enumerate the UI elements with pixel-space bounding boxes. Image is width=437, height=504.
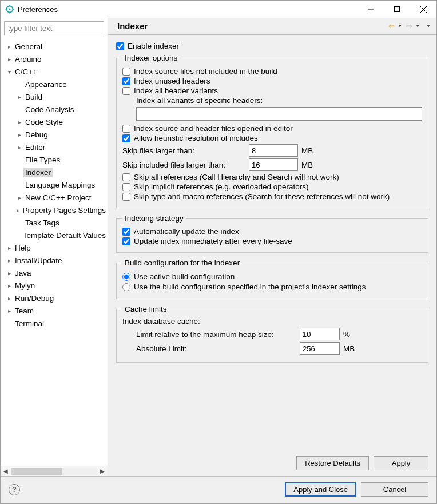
tree-item-task-tags[interactable]: Task Tags bbox=[1, 216, 108, 229]
rel-limit-input[interactable] bbox=[300, 328, 340, 340]
tree-item-install-update[interactable]: ▸Install/Update bbox=[1, 254, 108, 267]
apply-and-close-button[interactable]: Apply and Close bbox=[285, 482, 356, 497]
scroll-thumb[interactable] bbox=[11, 468, 62, 475]
indexing-strategy-legend: Indexing strategy bbox=[122, 214, 186, 223]
index-opened-label: Index source and header files opened in … bbox=[134, 124, 293, 133]
build-config-group: Build configuration for the indexer Use … bbox=[116, 259, 428, 299]
chevron-right-icon[interactable]: ▸ bbox=[5, 283, 13, 289]
index-all-header-variants-checkbox[interactable] bbox=[122, 87, 130, 95]
tree-item-debug[interactable]: ▸Debug bbox=[1, 128, 108, 141]
tree-item-language-mappings[interactable]: Language Mappings bbox=[1, 178, 108, 191]
chevron-right-icon[interactable]: ▸ bbox=[15, 207, 21, 213]
enable-indexer-checkbox[interactable] bbox=[116, 42, 124, 50]
chevron-right-icon[interactable]: ▸ bbox=[5, 270, 13, 276]
sidebar: ▸General▸Arduino▾C/C++Appearance▸BuildCo… bbox=[1, 18, 108, 476]
tree-item-label: Terminal bbox=[13, 319, 46, 328]
cache-limits-legend: Cache limits bbox=[122, 305, 169, 313]
scroll-right-icon[interactable]: ▶ bbox=[97, 468, 108, 474]
tree-item-help[interactable]: ▸Help bbox=[1, 241, 108, 254]
skip-type-macro-refs-checkbox[interactable] bbox=[122, 193, 130, 201]
chevron-right-icon[interactable]: ▸ bbox=[5, 245, 13, 251]
abs-limit-unit: MB bbox=[343, 344, 355, 353]
specific-headers-label: Index all variants of specific headers: bbox=[136, 96, 422, 105]
allow-heuristic-checkbox[interactable] bbox=[122, 134, 130, 142]
abs-limit-label: Absolute Limit: bbox=[136, 344, 296, 353]
use-project-radio[interactable] bbox=[122, 283, 130, 291]
index-unused-headers-checkbox[interactable] bbox=[122, 77, 130, 85]
tree-item-c-c-[interactable]: ▾C/C++ bbox=[1, 65, 108, 78]
nav-forward-menu[interactable]: ▼ bbox=[415, 23, 422, 29]
tree-item-label: Java bbox=[13, 268, 33, 278]
tree-item-arduino[interactable]: ▸Arduino bbox=[1, 53, 108, 65]
restore-defaults-button[interactable]: Restore Defaults bbox=[296, 456, 369, 470]
specific-headers-input[interactable] bbox=[136, 107, 422, 121]
scroll-left-icon[interactable]: ◀ bbox=[1, 468, 11, 474]
update-after-save-checkbox[interactable] bbox=[122, 237, 130, 245]
tree-item-label: Team bbox=[13, 306, 35, 316]
skip-files-input[interactable] bbox=[249, 144, 298, 157]
tree-item-label: New C/C++ Project bbox=[23, 193, 93, 203]
chevron-right-icon[interactable]: ▸ bbox=[15, 119, 23, 125]
skip-all-refs-checkbox[interactable] bbox=[122, 173, 130, 181]
index-source-not-in-build-checkbox[interactable] bbox=[122, 68, 130, 76]
chevron-right-icon[interactable]: ▸ bbox=[5, 308, 13, 314]
maximize-button[interactable] bbox=[384, 1, 410, 18]
skip-included-input[interactable] bbox=[249, 158, 298, 171]
index-unused-headers-label: Index unused headers bbox=[134, 77, 210, 85]
abs-limit-input[interactable] bbox=[300, 342, 340, 355]
minimize-button[interactable] bbox=[357, 1, 384, 18]
title-bar: Preferences bbox=[1, 1, 436, 18]
nav-back-menu[interactable]: ▼ bbox=[397, 23, 404, 29]
tree-hscrollbar[interactable]: ◀ ▶ bbox=[1, 466, 108, 476]
tree-item-new-c-c-project[interactable]: ▸New C/C++ Project bbox=[1, 191, 108, 204]
app-icon bbox=[5, 5, 14, 14]
tree-item-label: Code Style bbox=[23, 117, 65, 127]
tree-item-code-style[interactable]: ▸Code Style bbox=[1, 116, 108, 128]
skip-included-label: Skip included files larger than: bbox=[122, 161, 245, 169]
tree-item-java[interactable]: ▸Java bbox=[1, 267, 108, 279]
index-opened-checkbox[interactable] bbox=[122, 125, 130, 133]
help-icon[interactable]: ? bbox=[9, 484, 20, 495]
use-active-radio[interactable] bbox=[122, 273, 130, 281]
tree-item-appearance[interactable]: Appearance bbox=[1, 78, 108, 90]
chevron-right-icon[interactable]: ▸ bbox=[5, 56, 13, 62]
tree-item-template-default-values[interactable]: Template Default Values bbox=[1, 229, 108, 241]
apply-button[interactable]: Apply bbox=[374, 456, 428, 470]
tree-item-file-types[interactable]: File Types bbox=[1, 153, 108, 166]
window-title: Preferences bbox=[18, 5, 58, 14]
tree-item-team[interactable]: ▸Team bbox=[1, 304, 108, 317]
chevron-right-icon[interactable]: ▸ bbox=[15, 94, 23, 100]
chevron-down-icon[interactable]: ▾ bbox=[5, 69, 13, 75]
tree-item-editor[interactable]: ▸Editor bbox=[1, 141, 108, 153]
cancel-button[interactable]: Cancel bbox=[361, 482, 428, 497]
use-active-label: Use active build configuration bbox=[134, 272, 235, 281]
enable-indexer-label: Enable indexer bbox=[128, 42, 179, 50]
tree-item-general[interactable]: ▸General bbox=[1, 40, 108, 53]
preference-tree[interactable]: ▸General▸Arduino▾C/C++Appearance▸BuildCo… bbox=[1, 39, 108, 466]
tree-item-run-debug[interactable]: ▸Run/Debug bbox=[1, 292, 108, 304]
tree-item-mylyn[interactable]: ▸Mylyn bbox=[1, 279, 108, 292]
index-all-header-variants-label: Index all header variants bbox=[134, 86, 218, 95]
tree-item-terminal[interactable]: Terminal bbox=[1, 317, 108, 330]
chevron-right-icon[interactable]: ▸ bbox=[5, 295, 13, 301]
close-button[interactable] bbox=[410, 1, 436, 18]
tree-item-indexer[interactable]: Indexer bbox=[1, 166, 108, 178]
tree-item-label: Editor bbox=[23, 142, 47, 152]
auto-update-checkbox[interactable] bbox=[122, 228, 130, 236]
tree-item-code-analysis[interactable]: Code Analysis bbox=[1, 103, 108, 116]
page-menu-icon[interactable]: ▼ bbox=[423, 23, 431, 29]
auto-update-label: Automatically update the index bbox=[134, 227, 239, 236]
tree-item-build[interactable]: ▸Build bbox=[1, 90, 108, 103]
chevron-right-icon[interactable]: ▸ bbox=[15, 195, 23, 201]
tree-item-property-pages-settings[interactable]: ▸Property Pages Settings bbox=[1, 204, 108, 216]
nav-back-icon[interactable]: ⇦ bbox=[387, 22, 396, 30]
nav-forward-icon[interactable]: ⇨ bbox=[405, 22, 414, 30]
skip-implicit-refs-checkbox[interactable] bbox=[122, 183, 130, 191]
skip-included-unit: MB bbox=[301, 161, 313, 169]
filter-input[interactable] bbox=[4, 21, 104, 35]
index-source-not-in-build-label: Index source files not included in the b… bbox=[134, 67, 277, 76]
chevron-right-icon[interactable]: ▸ bbox=[5, 43, 13, 50]
chevron-right-icon[interactable]: ▸ bbox=[5, 257, 13, 264]
chevron-right-icon[interactable]: ▸ bbox=[15, 132, 23, 138]
chevron-right-icon[interactable]: ▸ bbox=[15, 144, 23, 150]
